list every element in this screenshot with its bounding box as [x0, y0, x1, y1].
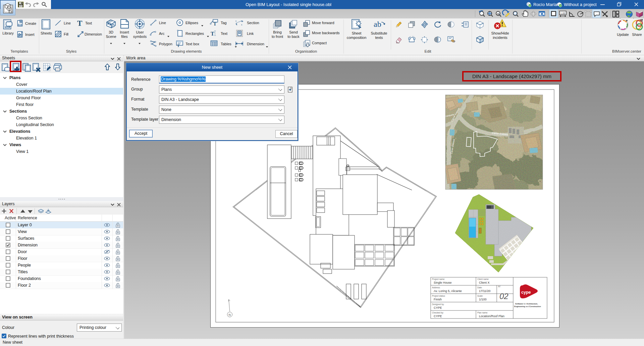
- svg-text:s: s: [241, 23, 242, 26]
- svg-text:×2: ×2: [497, 13, 499, 15]
- svg-text:Checked by:: Checked by:: [432, 311, 444, 314]
- svg-text:Project status:: Project status:: [432, 295, 445, 297]
- svg-text:Av. Loring 5, Alicante: Av. Loring 5, Alicante: [434, 289, 462, 293]
- svg-text:T: T: [77, 19, 82, 27]
- svg-text:Location/Roof Plan: Location/Roof Plan: [479, 314, 504, 318]
- svg-text:Designed by:: Designed by:: [432, 303, 444, 306]
- svg-text:Address:: Address:: [432, 286, 440, 289]
- svg-text:17/11/20: 17/11/20: [479, 289, 490, 293]
- svg-text:1.00: 1.00: [560, 12, 566, 15]
- svg-text:CYPE: CYPE: [434, 306, 442, 309]
- svg-text:Project name:: Project name:: [432, 278, 445, 281]
- svg-text:Date:: Date:: [477, 286, 482, 289]
- svg-text:Client X: Client X: [479, 281, 490, 284]
- svg-text:Scale:: Scale:: [477, 295, 483, 297]
- svg-text:02: 02: [499, 292, 508, 301]
- svg-text:CYPE: CYPE: [434, 314, 442, 318]
- svg-text:T: T: [177, 44, 180, 47]
- svg-text:?: ?: [640, 13, 641, 15]
- svg-text:Software for Architecture,: Software for Architecture,: [515, 303, 538, 305]
- svg-text:Nº:: Nº:: [498, 285, 501, 288]
- svg-text:Finish: Finish: [434, 298, 442, 301]
- svg-text:Single House: Single House: [434, 281, 452, 284]
- svg-text:N: N: [229, 313, 231, 316]
- svg-text:cype: cype: [521, 290, 531, 295]
- svg-text:Engineering and Construction: Engineering and Construction: [514, 305, 541, 307]
- svg-text:s: s: [235, 19, 236, 22]
- svg-text:Client name:: Client name:: [477, 278, 489, 280]
- svg-text:1/100: 1/100: [479, 298, 487, 301]
- svg-text:Plan name:: Plan name:: [477, 311, 488, 314]
- svg-text:T: T: [211, 31, 214, 37]
- svg-text:T: T: [213, 21, 217, 26]
- svg-text:ab: ab: [374, 20, 381, 28]
